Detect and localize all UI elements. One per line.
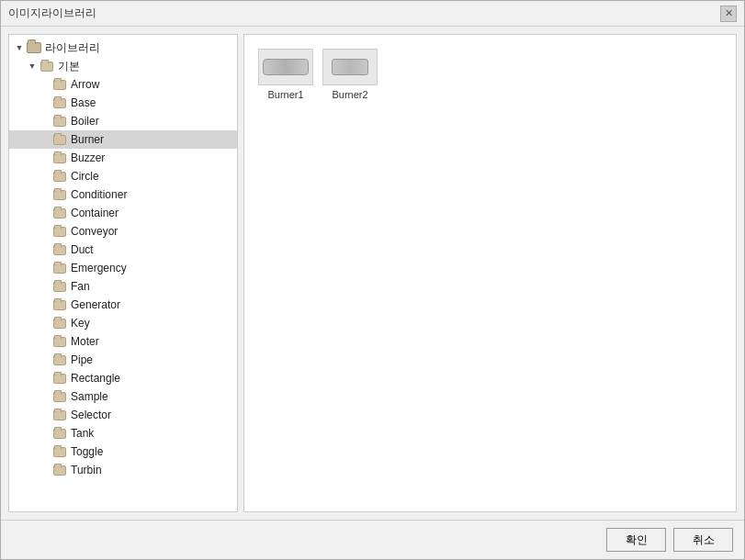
library-label: 라이브러리	[45, 42, 100, 53]
selector-folder-icon	[51, 408, 68, 422]
boiler-label: Boiler	[71, 116, 99, 127]
tree-item-fan[interactable]: ▶ Fan	[9, 277, 237, 296]
tree-item-emergency[interactable]: ▶ Emergency	[9, 259, 237, 277]
tank-label: Tank	[71, 428, 94, 439]
tree-item-library[interactable]: ▼ 라이브러리	[9, 39, 237, 57]
emergency-folder-icon	[51, 261, 68, 275]
tree-item-turbin[interactable]: ▶ Turbin	[9, 461, 237, 479]
conditioner-folder-icon	[51, 187, 68, 202]
content-area: ▼ 라이브러리 ▼ 기본 ▶	[1, 27, 744, 520]
thumbnails-area: Burner1 Burner2	[254, 44, 382, 105]
circle-folder-icon	[51, 169, 68, 184]
tree-item-generator[interactable]: ▶ Generator	[9, 296, 237, 314]
tank-folder-icon	[51, 426, 68, 441]
boiler-folder-icon	[51, 114, 68, 129]
duct-label: Duct	[71, 244, 94, 255]
turbin-label: Turbin	[71, 465, 102, 476]
tree-toggle-basic: ▼	[26, 60, 39, 73]
generator-label: Generator	[71, 299, 120, 310]
tree-item-duct[interactable]: ▶ Duct	[9, 241, 237, 259]
cancel-button[interactable]: 취소	[673, 528, 733, 552]
right-panel: Burner1 Burner2	[243, 34, 737, 512]
sample-folder-icon	[51, 389, 68, 404]
tree-toggle-library: ▼	[13, 41, 26, 54]
buzzer-label: Buzzer	[71, 152, 105, 163]
circle-label: Circle	[71, 171, 99, 182]
key-folder-icon	[51, 316, 68, 330]
tree-item-pipe[interactable]: ▶ Pipe	[9, 351, 237, 369]
tree-item-selector[interactable]: ▶ Selector	[9, 406, 237, 424]
burner2-image	[322, 49, 378, 85]
confirm-button[interactable]: 확인	[606, 528, 666, 552]
pipe-label: Pipe	[71, 354, 93, 365]
burner1-image	[258, 49, 313, 85]
window-title: 이미지라이브러리	[8, 6, 96, 21]
tree-item-circle[interactable]: ▶ Circle	[9, 167, 237, 185]
tree-item-container[interactable]: ▶ Container	[9, 204, 237, 222]
bottom-bar: 확인 취소	[1, 520, 744, 559]
basic-folder-icon	[39, 59, 55, 73]
key-label: Key	[71, 318, 90, 329]
title-bar: 이미지라이브러리 ✕	[1, 1, 744, 27]
rectangle-folder-icon	[51, 371, 68, 386]
tree-item-conveyor[interactable]: ▶ Conveyor	[9, 222, 237, 241]
tree-item-tank[interactable]: ▶ Tank	[9, 424, 237, 442]
toggle-folder-icon	[51, 444, 68, 459]
burner-folder-icon	[51, 132, 68, 147]
tree-item-base[interactable]: ▶ Base	[9, 94, 237, 112]
sample-label: Sample	[71, 391, 108, 402]
burner-label: Burner	[71, 134, 104, 145]
fan-label: Fan	[71, 281, 90, 292]
moter-label: Moter	[71, 336, 99, 347]
base-label: Base	[71, 97, 96, 108]
pipe-folder-icon	[51, 353, 68, 367]
arrow-label: Arrow	[71, 79, 99, 90]
tree-item-sample[interactable]: ▶ Sample	[9, 387, 237, 406]
tree-item-toggle[interactable]: ▶ Toggle	[9, 442, 237, 461]
buzzer-folder-icon	[51, 151, 68, 165]
container-label: Container	[71, 207, 119, 218]
tree-item-basic[interactable]: ▼ 기본	[9, 57, 237, 75]
close-button[interactable]: ✕	[720, 6, 737, 22]
turbin-folder-icon	[51, 463, 68, 477]
toggle-label: Toggle	[71, 446, 103, 457]
moter-folder-icon	[51, 334, 68, 349]
tree-item-burner[interactable]: ▶ Burner	[9, 130, 237, 149]
tree-item-moter[interactable]: ▶ Moter	[9, 332, 237, 351]
base-folder-icon	[51, 95, 68, 110]
library-folder-icon	[26, 40, 42, 55]
rectangle-label: Rectangle	[71, 373, 120, 384]
image-library-window: 이미지라이브러리 ✕ ▼ 라이브러리 ▼	[0, 0, 745, 560]
thumbnail-burner2[interactable]: Burner2	[322, 49, 378, 100]
burner1-label: Burner1	[267, 89, 303, 100]
tree-item-rectangle[interactable]: ▶ Rectangle	[9, 369, 237, 387]
tree-container[interactable]: ▼ 라이브러리 ▼ 기본 ▶	[9, 35, 237, 511]
tree-item-conditioner[interactable]: ▶ Conditioner	[9, 185, 237, 204]
thumbnail-burner1[interactable]: Burner1	[258, 49, 313, 100]
burner2-shape	[332, 59, 368, 75]
tree-item-key[interactable]: ▶ Key	[9, 314, 237, 332]
basic-label: 기본	[58, 61, 80, 72]
generator-folder-icon	[51, 297, 68, 312]
selector-label: Selector	[71, 409, 111, 420]
conveyor-label: Conveyor	[71, 226, 118, 237]
arrow-folder-icon	[51, 77, 68, 92]
burner1-shape	[263, 59, 309, 75]
tree-item-boiler[interactable]: ▶ Boiler	[9, 112, 237, 130]
emergency-label: Emergency	[71, 263, 127, 274]
duct-folder-icon	[51, 242, 68, 257]
container-folder-icon	[51, 206, 68, 220]
tree-item-buzzer[interactable]: ▶ Buzzer	[9, 149, 237, 167]
tree-item-arrow[interactable]: ▶ Arrow	[9, 75, 237, 94]
conveyor-folder-icon	[51, 224, 68, 239]
conditioner-label: Conditioner	[71, 189, 127, 200]
burner2-label: Burner2	[332, 89, 367, 100]
fan-folder-icon	[51, 279, 68, 294]
left-panel: ▼ 라이브러리 ▼ 기본 ▶	[8, 34, 238, 512]
